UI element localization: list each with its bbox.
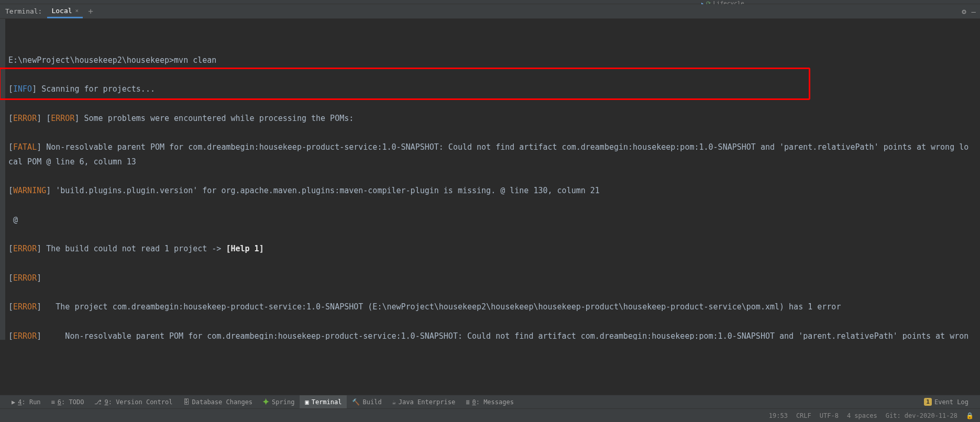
gear-icon[interactable]: ⚙ xyxy=(962,7,966,16)
help-ref: [Help 1] xyxy=(226,244,263,253)
toolbar-label: Database Changes xyxy=(192,398,253,406)
branch-icon: ⎇ xyxy=(94,398,102,406)
tool-spring[interactable]: ⯌ Spring xyxy=(258,395,300,408)
log-tag-error: ERROR xyxy=(13,331,37,340)
log-text: Non-resolvable parent POM for com.dreamb… xyxy=(8,142,968,166)
java-ee-icon: ☕ xyxy=(392,398,396,406)
toolbar-label: Java Enterprise xyxy=(399,398,455,406)
log-tag-error: ERROR xyxy=(13,114,37,123)
tool-todo[interactable]: ≡ 6: TODO xyxy=(46,395,90,408)
log-tag-error: ERROR xyxy=(13,302,37,312)
log-text: Some problems were encountered while pro… xyxy=(79,114,354,123)
tool-database-changes[interactable]: 🗄 Database Changes xyxy=(178,395,258,408)
minimize-icon[interactable]: — xyxy=(972,7,976,16)
log-tag-fatal: FATAL xyxy=(13,142,37,152)
event-badge: 1 xyxy=(924,398,932,406)
hammer-icon: 🔨 xyxy=(352,398,360,406)
log-text: Scanning for projects... xyxy=(37,84,155,94)
status-bar: 19:53 CRLF UTF-8 4 spaces Git: dev-2020-… xyxy=(0,408,980,422)
prompt-text: E:\newProject\housekeep2\housekeep> xyxy=(8,55,174,65)
log-tag-error: ERROR xyxy=(51,114,74,123)
log-text: 'build.plugins.plugin.version' for org.a… xyxy=(51,186,600,195)
toolbar-label: Event Log xyxy=(934,398,968,406)
lock-icon[interactable]: 🔒 xyxy=(966,412,974,419)
spring-icon: ⯌ xyxy=(263,398,269,406)
tool-run[interactable]: ▶ 4: Run xyxy=(6,395,46,408)
toolbar-label: Spring xyxy=(272,398,294,406)
log-tag-info: INFO xyxy=(13,84,32,94)
tool-terminal[interactable]: ▣ Terminal xyxy=(300,395,347,408)
hotkey: 0 xyxy=(472,398,476,406)
terminal-icon: ▣ xyxy=(305,398,309,406)
tool-messages[interactable]: ≣ 0: Messages xyxy=(460,395,519,408)
database-icon: 🗄 xyxy=(183,398,190,406)
hotkey: 6 xyxy=(58,398,61,406)
tab-label: Local xyxy=(51,7,72,15)
log-text: @ xyxy=(8,215,18,225)
terminal-tab-bar: Terminal: Local × + ⚙ — xyxy=(0,4,980,19)
log-text: The project com.dreambegin:housekeep-pro… xyxy=(41,302,841,312)
log-tag-error: ERROR xyxy=(13,244,37,253)
hotkey: 9 xyxy=(104,398,108,406)
new-tab-button[interactable]: + xyxy=(83,6,98,16)
toolbar-label: Terminal xyxy=(312,398,342,406)
tool-event-log[interactable]: 1 Event Log xyxy=(919,395,974,408)
toolbar-label: Version Control xyxy=(116,398,172,406)
status-line-separator[interactable]: CRLF xyxy=(796,412,811,419)
status-encoding[interactable]: UTF-8 xyxy=(820,412,839,419)
status-cursor-pos[interactable]: 19:53 xyxy=(769,412,788,419)
toolbar-label: Build xyxy=(362,398,381,406)
status-indent[interactable]: 4 spaces xyxy=(847,412,877,419)
tool-build[interactable]: 🔨 Build xyxy=(347,395,387,408)
toolbar-label: TODO xyxy=(69,398,84,406)
log-text: Non-resolvable parent POM for com.dreamb… xyxy=(8,331,968,340)
tool-java-enterprise[interactable]: ☕ Java Enterprise xyxy=(387,395,461,408)
terminal-panel-label: Terminal: xyxy=(0,7,47,15)
command-text: mvn clean xyxy=(174,55,216,65)
log-text: The build could not read 1 project -> xyxy=(41,244,226,253)
terminal-output[interactable]: E:\newProject\housekeep2\housekeep>mvn c… xyxy=(0,19,980,340)
status-git-branch[interactable]: Git: dev-2020-11-28 xyxy=(886,412,957,419)
log-tag-error: ERROR xyxy=(13,273,37,283)
hotkey: 4 xyxy=(18,398,21,406)
play-icon: ▶ xyxy=(12,398,15,406)
close-icon[interactable]: × xyxy=(75,7,79,14)
tab-local[interactable]: Local × xyxy=(47,4,83,18)
list-icon: ≡ xyxy=(51,398,55,406)
toolbar-label: Run xyxy=(29,398,41,406)
messages-icon: ≣ xyxy=(466,398,469,406)
toolbar-label: Messages xyxy=(483,398,514,406)
bottom-tool-window-bar: ▶ 4: Run ≡ 6: TODO ⎇ 9: Version Control … xyxy=(0,395,980,408)
tool-version-control[interactable]: ⎇ 9: Version Control xyxy=(89,395,178,408)
log-tag-warning: WARNING xyxy=(13,186,46,195)
